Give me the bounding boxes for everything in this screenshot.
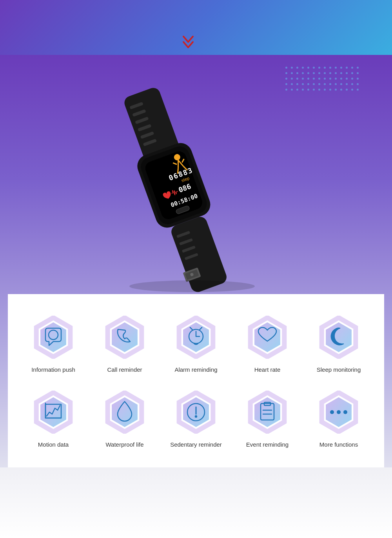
- svg-marker-58: [254, 397, 280, 427]
- information-push-icon-wrap: [30, 314, 77, 361]
- feature-waterproof-life: Waterproof life: [91, 389, 158, 448]
- heart-rate-icon-wrap: [244, 314, 291, 361]
- svg-marker-44: [326, 322, 352, 352]
- waterproof-life-hexagon: [103, 391, 146, 434]
- svg-marker-37: [183, 322, 209, 352]
- feature-sleep-monitoring: Sleep monitoring: [305, 314, 372, 373]
- more-functions-hexagon: [317, 391, 360, 434]
- svg-marker-32: [40, 322, 66, 352]
- features-row-1: Information pushCall reminderAlarm remin…: [20, 314, 372, 373]
- feature-event-reminding: Event reminding: [234, 389, 301, 448]
- event-reminding-icon-wrap: [244, 389, 291, 436]
- event-reminding-hexagon: [246, 391, 289, 434]
- feature-more-functions: More functions: [305, 389, 372, 448]
- sedentary-reminder-hexagon: [174, 391, 218, 434]
- sedentary-reminder-icon-wrap: [172, 389, 220, 436]
- call-reminder-hexagon: [103, 316, 146, 359]
- feature-information-push: Information push: [20, 314, 87, 373]
- svg-marker-35: [112, 322, 138, 352]
- svg-marker-42: [254, 322, 280, 352]
- chevron-icon: [180, 35, 196, 51]
- page-container: // Will be rendered by JS below: [0, 0, 392, 538]
- heart-rate-hexagon: [246, 316, 289, 359]
- svg-point-66: [337, 410, 341, 414]
- motion-data-label: Motion data: [38, 441, 69, 448]
- feature-call-reminder: Call reminder: [91, 314, 158, 373]
- call-reminder-icon-wrap: [101, 314, 148, 361]
- more-functions-icon-wrap: [315, 389, 362, 436]
- alarm-reminding-hexagon: [174, 316, 218, 359]
- feature-motion-data: Motion data: [20, 389, 87, 448]
- sleep-monitoring-label: Sleep monitoring: [317, 366, 361, 373]
- svg-point-65: [330, 410, 334, 414]
- motion-data-icon-wrap: [30, 389, 77, 436]
- sleep-monitoring-icon-wrap: [315, 314, 362, 361]
- svg-point-30: [129, 280, 255, 292]
- features-section: Information pushCall reminderAlarm remin…: [8, 294, 384, 467]
- information-push-hexagon: [32, 316, 75, 359]
- event-reminding-label: Event reminding: [246, 441, 289, 448]
- alarm-reminding-label: Alarm reminding: [174, 366, 217, 373]
- information-push-label: Information push: [31, 366, 75, 373]
- feature-heart-rate: Heart rate: [234, 314, 301, 373]
- feature-sedentary-reminder: Sedentary reminder: [162, 389, 230, 448]
- dot-grid-decoration: // Will be rendered by JS below: [285, 67, 361, 93]
- svg-point-67: [343, 410, 347, 414]
- waterproof-life-icon-wrap: [101, 389, 148, 436]
- more-functions-label: More functions: [319, 441, 358, 448]
- sleep-monitoring-hexagon: [317, 316, 360, 359]
- watch-image: 06883 step 086 00:58:00: [94, 67, 298, 294]
- waterproof-life-label: Waterproof life: [106, 441, 144, 448]
- svg-point-56: [195, 416, 197, 417]
- heart-rate-label: Heart rate: [254, 366, 281, 373]
- features-row-2: Motion dataWaterproof lifeSedentary remi…: [20, 389, 372, 448]
- alarm-reminding-icon-wrap: [172, 314, 220, 361]
- header-section: [0, 0, 392, 55]
- sedentary-reminder-label: Sedentary reminder: [170, 441, 222, 448]
- feature-alarm-reminding: Alarm reminding: [162, 314, 230, 373]
- call-reminder-label: Call reminder: [107, 366, 142, 373]
- motion-data-hexagon: [32, 391, 75, 434]
